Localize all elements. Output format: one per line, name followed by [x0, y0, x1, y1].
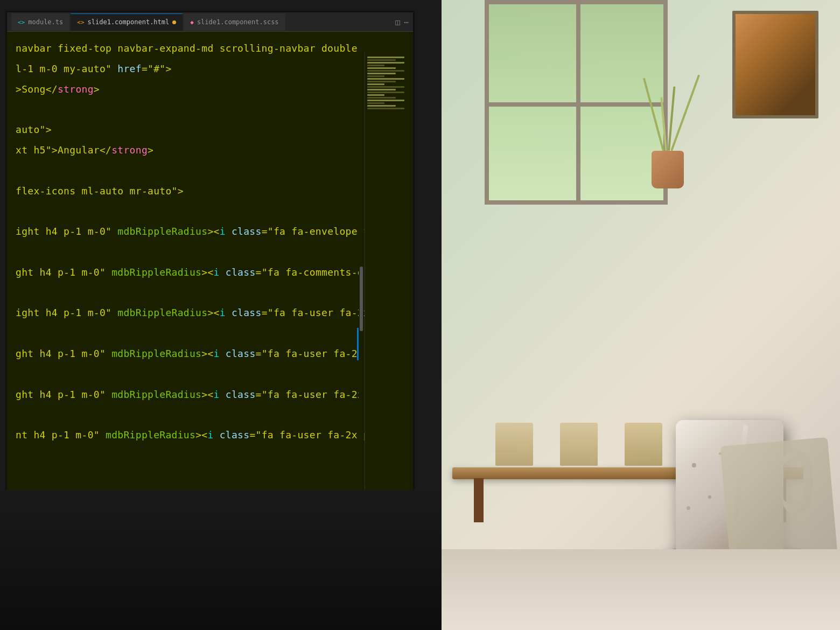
minimap-line [367, 102, 384, 104]
cafe-floor [442, 549, 840, 630]
editor-tabs: <> module.ts <> slide1.component.html ◆ … [7, 12, 413, 32]
minimap-line [367, 94, 384, 96]
tab-slide1-html[interactable]: <> slide1.component.html [71, 13, 183, 31]
cafe-area [442, 0, 840, 630]
chair-3 [625, 423, 662, 466]
ts-icon: <> [18, 19, 25, 26]
tab-actions: ◫ ⋯ [395, 18, 409, 26]
main-scene: <> module.ts <> slide1.component.html ◆ … [0, 0, 840, 630]
minimap-line [367, 62, 404, 64]
code-line-13 [16, 283, 409, 303]
minimap-line [367, 81, 396, 82]
code-line-5: auto"> [16, 120, 409, 140]
window-grid-vertical [576, 4, 580, 200]
code-line-20: nt h4 p-1 m-0" mdbRippleRadius><i class=… [16, 425, 409, 445]
code-line-11 [16, 242, 409, 262]
tab-module-ts[interactable]: <> module.ts [11, 13, 69, 31]
tab-slide1-label: slide1.component.html [88, 18, 170, 26]
wall-picture [732, 11, 818, 118]
tab-module-label: module.ts [28, 18, 63, 26]
code-line-10: ight h4 p-1 m-0" mdbRippleRadius><i clas… [16, 221, 409, 242]
code-line-14: ight h4 p-1 m-0" mdbRippleRadius><i clas… [16, 303, 409, 323]
minimap-line [367, 86, 404, 88]
minimap-line [367, 83, 384, 85]
code-line-12: ght h4 p-1 m-0" mdbRippleRadius><i class… [16, 262, 409, 283]
minimap-line [367, 92, 404, 93]
monitor-area: <> module.ts <> slide1.component.html ◆ … [0, 0, 442, 630]
decorative-plant [641, 65, 695, 188]
code-editor[interactable]: navbar fixed-top navbar-expand-md scroll… [7, 32, 413, 492]
unsaved-dot [172, 20, 176, 24]
code-line-8: flex-icons ml-auto mr-auto"> [16, 181, 409, 201]
tab-slide1-scss[interactable]: ◆ slide1.component.scss [184, 13, 285, 31]
code-line-16: ght h4 p-1 m-0" mdbRippleRadius><i class… [16, 344, 409, 364]
scss-icon: ◆ [190, 19, 194, 26]
code-line-4 [16, 99, 409, 120]
code-line-18: ght h4 p-1 m-0" mdbRippleRadius><i class… [16, 384, 409, 405]
code-line-19 [16, 404, 409, 425]
editor-scrollbar[interactable] [359, 51, 364, 506]
code-line-17 [16, 364, 409, 384]
code-line-7 [16, 160, 409, 181]
minimap-line [367, 59, 396, 61]
cafe-window [485, 0, 668, 205]
code-line-2: l-1 m-0 my-auto" href="#"> [16, 59, 409, 79]
split-editor-icon[interactable]: ◫ [395, 18, 400, 26]
code-line-15 [16, 323, 409, 344]
tab-scss-label: slide1.component.scss [197, 18, 279, 26]
minimap-line [367, 70, 404, 72]
minimap-line [367, 97, 396, 99]
table-leg-left [474, 478, 484, 522]
code-line-9 [16, 201, 409, 221]
code-line-3: >Song</strong> [16, 79, 409, 100]
editor-minimap [365, 51, 413, 506]
minimap-line [367, 108, 404, 109]
more-actions-icon[interactable]: ⋯ [404, 18, 409, 26]
monitor-bezel-bottom [0, 490, 442, 630]
minimap-line [367, 73, 396, 74]
scrollbar-thumb[interactable] [360, 267, 363, 331]
code-line-1: navbar fixed-top navbar-expand-md scroll… [16, 38, 409, 59]
minimap-line [367, 65, 384, 66]
minimap-line [367, 78, 404, 80]
minimap-line [367, 67, 396, 69]
minimap-line [367, 57, 404, 58]
minimap-line [367, 105, 396, 107]
code-line-6: xt h5">Angular</strong> [16, 140, 409, 160]
minimap-content [365, 51, 413, 115]
chair-2 [560, 423, 598, 466]
accent-line [357, 328, 359, 360]
minimap-line [367, 89, 396, 90]
minimap-line [367, 75, 384, 77]
chair-1 [495, 423, 533, 466]
monitor-screen: <> module.ts <> slide1.component.html ◆ … [5, 11, 415, 506]
minimap-line [367, 100, 404, 101]
html-icon: <> [77, 19, 84, 26]
